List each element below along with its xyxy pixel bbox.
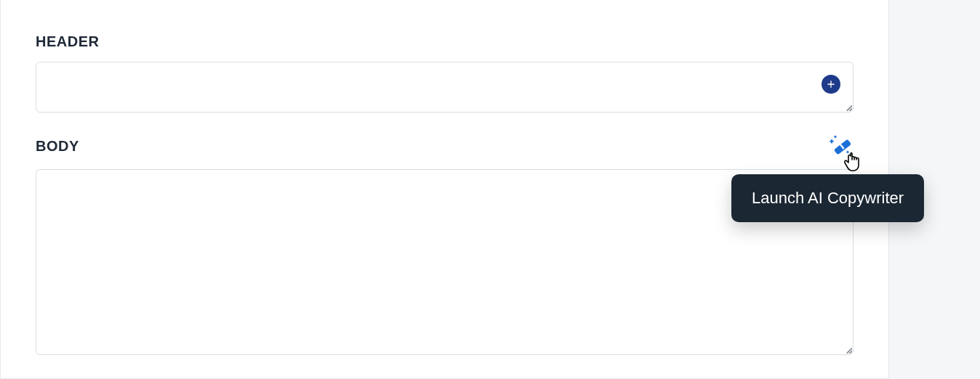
body-row: BODY	[36, 133, 854, 159]
plus-circle-icon	[825, 78, 837, 90]
body-label: BODY	[36, 138, 79, 155]
header-field-wrap	[36, 62, 854, 113]
magic-wand-icon	[829, 134, 852, 158]
add-header-button[interactable]	[822, 75, 840, 94]
ai-copywriter-button[interactable]	[827, 133, 854, 159]
header-input[interactable]	[36, 62, 854, 113]
header-label: HEADER	[36, 33, 854, 50]
ai-copywriter-tooltip: Launch AI Copywriter	[731, 174, 924, 222]
